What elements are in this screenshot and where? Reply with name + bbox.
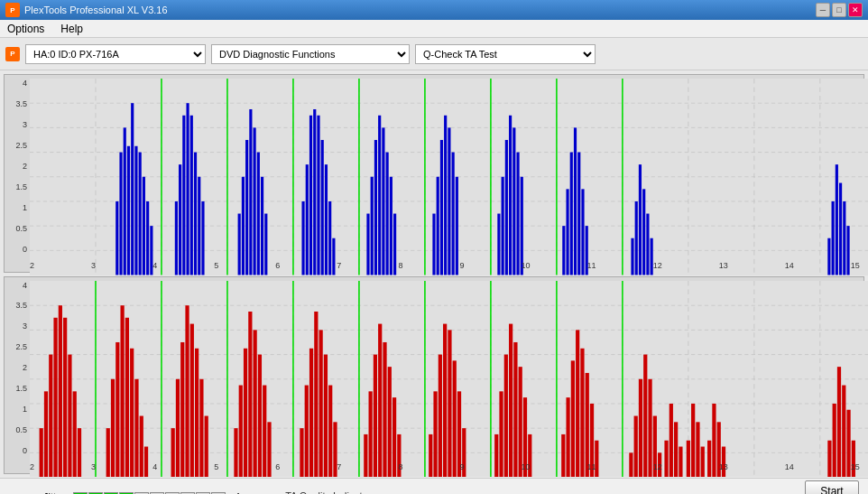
svg-rect-41 — [245, 140, 248, 275]
svg-rect-34 — [190, 116, 193, 275]
svg-rect-44 — [257, 153, 260, 275]
svg-rect-62 — [382, 127, 384, 275]
jitter-value: 4 — [235, 491, 240, 495]
top-chart-y-axis: 43.532.521.510.50 — [5, 79, 30, 254]
svg-rect-171 — [374, 354, 377, 477]
jitter-group: Jitter: 4 Peak Shift: — [9, 491, 240, 495]
svg-rect-191 — [513, 341, 517, 477]
app-title: PlexTools Professional XL V3.16 — [24, 5, 168, 15]
svg-rect-183 — [453, 360, 457, 477]
main-content: 43.532.521.510.50 — [0, 70, 868, 478]
svg-rect-174 — [388, 367, 392, 477]
maximize-button[interactable]: □ — [832, 3, 846, 17]
svg-rect-226 — [837, 367, 841, 477]
svg-rect-198 — [571, 360, 575, 477]
svg-rect-20 — [119, 153, 122, 275]
svg-rect-125 — [53, 317, 57, 477]
svg-rect-137 — [130, 348, 134, 477]
svg-rect-192 — [519, 367, 522, 477]
svg-rect-51 — [313, 109, 316, 275]
title-bar: P PlexTools Professional XL V3.16 ─ □ ✕ — [0, 0, 868, 20]
svg-rect-155 — [254, 330, 257, 477]
svg-rect-182 — [448, 330, 451, 477]
svg-rect-219 — [701, 446, 705, 477]
svg-rect-25 — [139, 153, 142, 275]
svg-rect-99 — [836, 164, 838, 275]
svg-rect-190 — [509, 323, 512, 477]
svg-rect-60 — [374, 140, 377, 275]
drive-select[interactable]: HA:0 ID:0 PX-716A — [25, 44, 206, 64]
svg-rect-181 — [443, 323, 447, 477]
svg-rect-43 — [254, 127, 256, 275]
svg-rect-33 — [186, 103, 189, 275]
svg-rect-189 — [504, 354, 508, 477]
svg-rect-153 — [244, 348, 247, 477]
svg-rect-136 — [125, 317, 129, 477]
svg-rect-22 — [127, 146, 130, 275]
svg-rect-35 — [194, 153, 197, 275]
bottom-chart-svg — [30, 281, 868, 478]
svg-rect-154 — [248, 311, 252, 477]
close-button[interactable]: ✕ — [848, 3, 863, 17]
svg-rect-145 — [185, 305, 189, 477]
svg-rect-61 — [378, 116, 381, 275]
start-button[interactable]: Start — [805, 480, 859, 495]
svg-rect-42 — [249, 109, 252, 275]
toolbar-logo: P — [5, 47, 20, 61]
svg-rect-215 — [679, 446, 682, 477]
svg-rect-24 — [134, 146, 137, 275]
top-chart-container: 43.532.521.510.50 — [4, 74, 864, 273]
jitter-row: Jitter: 4 — [9, 491, 240, 495]
top-chart-svg — [30, 79, 868, 275]
svg-rect-164 — [319, 330, 323, 477]
svg-rect-200 — [580, 348, 584, 477]
menu-options[interactable]: Options — [4, 22, 48, 36]
minimize-button[interactable]: ─ — [816, 3, 830, 17]
svg-rect-173 — [383, 341, 386, 477]
svg-rect-165 — [324, 354, 328, 477]
toolbar: P HA:0 ID:0 PX-716A DVD Diagnostic Funct… — [0, 38, 868, 70]
jitter-label: Jitter: — [9, 491, 68, 495]
svg-rect-208 — [643, 354, 647, 477]
bottom-chart-inner — [30, 281, 868, 478]
function-select[interactable]: DVD Diagnostic Functions — [211, 44, 410, 64]
svg-rect-201 — [586, 372, 589, 477]
svg-rect-87 — [577, 153, 580, 275]
svg-rect-124 — [49, 354, 52, 477]
svg-rect-93 — [639, 164, 642, 275]
svg-rect-162 — [309, 348, 313, 477]
svg-rect-31 — [179, 164, 181, 275]
svg-rect-72 — [452, 153, 455, 275]
svg-rect-147 — [195, 348, 199, 477]
menu-bar: Options Help — [0, 20, 868, 38]
start-btn-area: Start i — [805, 480, 859, 495]
svg-rect-49 — [306, 164, 309, 275]
menu-help[interactable]: Help — [57, 22, 87, 36]
svg-rect-156 — [258, 354, 262, 477]
top-chart-x-axis: 23456789101112131415 — [30, 261, 860, 270]
svg-rect-78 — [509, 116, 512, 275]
info-bar: Jitter: 4 Peak Shift: — [0, 478, 868, 494]
title-bar-left: P PlexTools Professional XL V3.16 — [5, 3, 168, 17]
svg-rect-144 — [180, 341, 184, 477]
svg-rect-128 — [68, 354, 71, 477]
svg-rect-180 — [439, 354, 442, 477]
svg-rect-54 — [325, 164, 328, 275]
svg-rect-126 — [59, 305, 62, 477]
svg-rect-53 — [321, 140, 324, 275]
svg-rect-135 — [120, 305, 124, 477]
svg-rect-32 — [182, 116, 185, 275]
title-bar-controls[interactable]: ─ □ ✕ — [816, 3, 863, 17]
svg-rect-134 — [115, 341, 119, 477]
app-logo: P — [5, 3, 20, 17]
svg-rect-80 — [516, 153, 519, 275]
svg-rect-223 — [722, 446, 725, 477]
svg-rect-23 — [131, 103, 134, 275]
svg-rect-70 — [444, 116, 447, 275]
svg-rect-86 — [574, 127, 577, 275]
svg-rect-52 — [317, 116, 319, 275]
bottom-chart-x-axis: 23456789101112131415 — [30, 462, 860, 471]
svg-rect-50 — [309, 116, 312, 275]
test-select[interactable]: Q-Check TA Test — [415, 44, 596, 64]
svg-rect-77 — [505, 140, 508, 275]
